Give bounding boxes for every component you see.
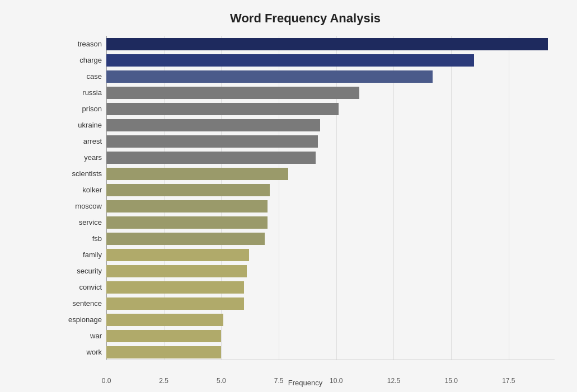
bar-track <box>106 152 555 164</box>
bar-label: espionage <box>56 315 106 324</box>
bar-label: kolker <box>56 186 106 194</box>
bar-row: convict <box>56 280 555 295</box>
bar-track <box>106 330 555 342</box>
bar-fill <box>106 346 221 358</box>
bar-row: case <box>56 69 555 84</box>
chart-container: Word Frequency Analysis treasonchargecas… <box>0 0 577 392</box>
bar-fill <box>106 168 288 180</box>
bar-track <box>106 119 555 131</box>
bar-fill <box>106 249 249 261</box>
bar-fill <box>106 152 316 164</box>
bar-label: fsb <box>56 234 106 243</box>
bar-track <box>106 200 555 212</box>
bar-row: security <box>56 264 555 278</box>
bar-row: charge <box>56 53 555 68</box>
bar-track <box>106 70 555 83</box>
bar-fill <box>106 265 247 277</box>
bar-label: family <box>56 251 106 259</box>
bar-row: kolker <box>56 183 555 197</box>
bar-row: sentence <box>56 296 555 311</box>
bar-track <box>106 265 555 277</box>
bar-row: treason <box>56 37 555 51</box>
bar-row: scientists <box>56 167 555 181</box>
bar-fill <box>106 87 359 99</box>
bar-label: treason <box>56 40 106 48</box>
bar-fill <box>106 54 474 67</box>
bar-label: service <box>56 218 106 226</box>
bar-fill <box>106 70 433 83</box>
bar-fill <box>106 281 244 294</box>
bar-label: case <box>56 72 106 81</box>
bar-label: sentence <box>56 299 106 308</box>
bar-row: arrest <box>56 134 555 149</box>
bar-row: fsb <box>56 232 555 246</box>
bar-track <box>106 249 555 261</box>
bar-label: russia <box>56 88 106 97</box>
bar-fill <box>106 216 268 229</box>
bar-row: prison <box>56 102 555 116</box>
bar-track <box>106 314 555 326</box>
bar-row: family <box>56 248 555 262</box>
bar-track <box>106 184 555 196</box>
bar-label: convict <box>56 283 106 291</box>
bar-track <box>106 135 555 148</box>
bar-fill <box>106 200 268 212</box>
bar-fill <box>106 38 548 50</box>
bar-label: arrest <box>56 137 106 145</box>
bar-track <box>106 38 555 50</box>
bar-fill <box>106 119 320 131</box>
bar-track <box>106 103 555 115</box>
bars-container: treasonchargecaserussiaprisonukrainearre… <box>56 36 555 360</box>
bar-label: prison <box>56 105 106 113</box>
bar-track <box>106 233 555 245</box>
x-axis-label: Frequency <box>56 379 555 387</box>
bar-row: russia <box>56 86 555 100</box>
bar-track <box>106 346 555 358</box>
chart-title: Word Frequency Analysis <box>56 11 555 26</box>
bar-track <box>106 87 555 99</box>
bar-fill <box>106 297 244 310</box>
bar-fill <box>106 330 221 342</box>
bar-fill <box>106 184 270 196</box>
bar-label: years <box>56 153 106 162</box>
bar-row: espionage <box>56 313 555 327</box>
bar-label: war <box>56 332 106 340</box>
bar-label: ukraine <box>56 121 106 129</box>
bar-label: moscow <box>56 202 106 210</box>
bar-row: ukraine <box>56 118 555 133</box>
bar-track <box>106 281 555 294</box>
bar-fill <box>106 103 339 115</box>
bar-label: charge <box>56 56 106 64</box>
bar-row: work <box>56 345 555 360</box>
bar-label: work <box>56 348 106 356</box>
bar-label: scientists <box>56 169 106 178</box>
bar-row: moscow <box>56 199 555 214</box>
bar-row: service <box>56 215 555 230</box>
bar-label: security <box>56 267 106 275</box>
bar-fill <box>106 233 265 245</box>
bar-track <box>106 216 555 229</box>
bar-fill <box>106 135 318 148</box>
bar-track <box>106 168 555 180</box>
bar-track <box>106 297 555 310</box>
bar-row: war <box>56 329 555 343</box>
bar-fill <box>106 314 223 326</box>
bar-track <box>106 54 555 67</box>
bar-row: years <box>56 150 555 165</box>
